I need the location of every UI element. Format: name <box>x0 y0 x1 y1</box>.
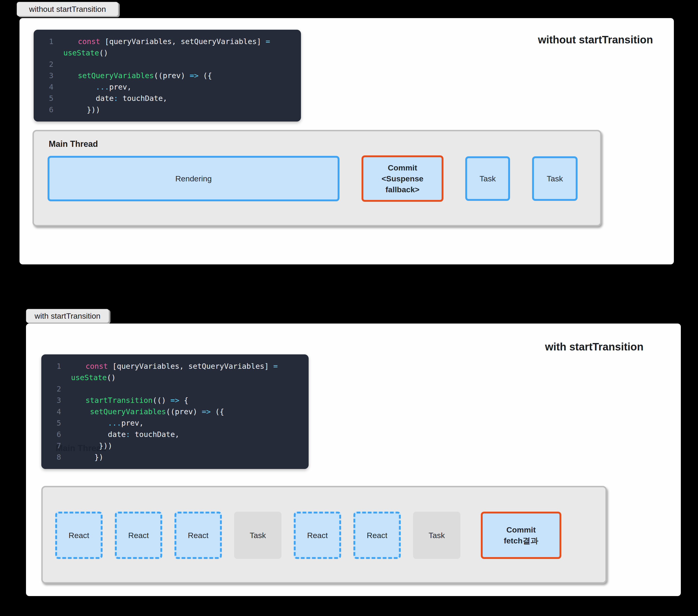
timeline-box-label: fetch결과 <box>504 535 538 546</box>
main-thread-container: ReactReactReactTaskReactReactTaskCommitf… <box>41 486 607 584</box>
frame-tab-without-starttransition[interactable]: without startTransition <box>17 2 118 16</box>
diagram-canvas: without startTransition without startTra… <box>0 0 698 616</box>
code-line: 7 })) <box>41 440 309 452</box>
main-thread-label: Main Thread <box>49 139 98 149</box>
code-line: 5 ...prev, <box>41 417 309 429</box>
line-number: 1 <box>49 36 60 47</box>
timeline-box-react: React <box>294 512 341 559</box>
timeline-box-label: <Suspense <box>381 173 423 184</box>
line-number: 2 <box>57 383 67 395</box>
line-number: 2 <box>49 59 60 70</box>
code-line: 3 startTransition(() => { <box>41 395 309 406</box>
frame-tab-label: with startTransition <box>34 312 100 320</box>
timeline-box-react: React <box>174 512 222 559</box>
timeline-box-commit-suspense-fallback: Commit<Suspensefallback> <box>362 155 444 202</box>
code-line: 8 }) <box>41 452 309 463</box>
code-line: 5 date: touchDate, <box>34 93 301 104</box>
code-line: 6 })) <box>34 104 301 115</box>
line-number <box>49 47 60 59</box>
code-line: 2 <box>34 59 301 70</box>
timeline-box-react: React <box>115 512 162 559</box>
line-number: 4 <box>49 82 60 93</box>
timeline-box-label: fallback> <box>386 184 419 195</box>
timeline-box-label: Task <box>480 173 496 184</box>
code-line: 4 ...prev, <box>34 82 301 93</box>
code-line: 1 const [queryVariables, setQueryVariabl… <box>41 361 309 372</box>
line-number: 5 <box>49 93 60 104</box>
line-number: 5 <box>57 417 67 429</box>
code-line: 1 const [queryVariables, setQueryVariabl… <box>34 36 301 47</box>
line-number <box>57 372 67 383</box>
timeline-box-task: Task <box>413 512 460 559</box>
line-number: 3 <box>49 70 60 82</box>
timeline-box-label: Task <box>250 530 266 541</box>
main-thread-container: Main Thread RenderingCommit<Suspensefall… <box>32 130 601 226</box>
line-number: 6 <box>57 429 67 440</box>
code-line: 6 date: touchDate, <box>41 429 309 440</box>
timeline-box-label: Rendering <box>176 173 212 184</box>
timeline-box-label: React <box>307 530 328 541</box>
panel-without-starttransition: without startTransition 1 const [queryVa… <box>19 18 674 264</box>
timeline-box-task: Task <box>234 512 281 559</box>
timeline-box-react: React <box>55 512 102 559</box>
code-line: useState() <box>34 47 301 59</box>
timeline-box-label: Commit <box>506 525 536 535</box>
line-number: 4 <box>57 406 67 417</box>
code-line: useState() <box>41 372 309 383</box>
timeline-box-rendering: Rendering <box>47 156 339 201</box>
line-number: 6 <box>49 104 60 115</box>
code-line: 3 setQueryVariables((prev) => ({ <box>34 70 301 82</box>
frame-tab-label: without startTransition <box>29 5 106 14</box>
panel-title: with startTransition <box>545 341 643 353</box>
timeline-box-label: Task <box>547 173 563 184</box>
timeline-box-task: Task <box>465 156 510 201</box>
timeline-box-label: React <box>69 530 89 541</box>
timeline-box-label: React <box>367 530 388 541</box>
line-number: 3 <box>57 395 67 406</box>
timeline-box-react: React <box>353 512 401 559</box>
line-number: 7 <box>57 440 67 452</box>
timeline-box-commit-fetch-result: Commitfetch결과 <box>481 512 561 559</box>
timeline-box-label: Commit <box>388 162 417 173</box>
line-number: 8 <box>57 452 67 463</box>
timeline-box-label: Task <box>429 530 445 541</box>
line-number: 1 <box>57 361 67 372</box>
code-line: 2 <box>41 383 309 395</box>
panel-title: without startTransition <box>538 33 653 46</box>
panel-with-starttransition: with startTransition Main Thread 1 const… <box>26 324 681 596</box>
code-line: 4 setQueryVariables((prev) => ({ <box>41 406 309 417</box>
code-block: 1 const [queryVariables, setQueryVariabl… <box>34 30 301 121</box>
code-block: Main Thread 1 const [queryVariables, set… <box>41 354 309 469</box>
timeline-box-label: React <box>128 530 149 541</box>
frame-tab-with-starttransition[interactable]: with startTransition <box>26 309 109 323</box>
timeline-box-task: Task <box>532 156 577 201</box>
timeline-box-label: React <box>188 530 209 541</box>
